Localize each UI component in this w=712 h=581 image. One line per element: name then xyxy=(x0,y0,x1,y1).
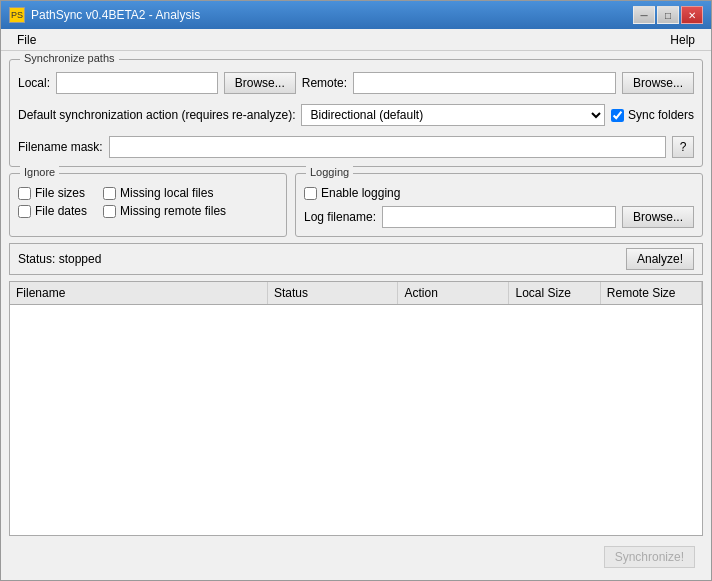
maximize-button[interactable]: □ xyxy=(657,6,679,24)
title-bar: PS PathSync v0.4BETA2 - Analysis ─ □ ✕ xyxy=(1,1,711,29)
default-action-select[interactable]: Bidirectional (default) Local to Remote … xyxy=(301,104,605,126)
sync-paths-content: Local: Browse... Remote: Browse... Defau… xyxy=(18,68,694,158)
logging-group: Logging Enable logging Log filename: Bro… xyxy=(295,173,703,237)
local-input[interactable] xyxy=(56,72,218,94)
file-sizes-checkbox[interactable] xyxy=(18,187,31,200)
missing-remote-label: Missing remote files xyxy=(120,204,226,218)
missing-local-label: Missing local files xyxy=(120,186,213,200)
log-filename-label: Log filename: xyxy=(304,210,376,224)
file-sizes-row: File sizes xyxy=(18,186,87,200)
logging-content: Enable logging Log filename: Browse... xyxy=(304,182,694,228)
sections-row: Ignore File sizes File dates xyxy=(9,173,703,237)
remote-input[interactable] xyxy=(353,72,616,94)
title-bar-left: PS PathSync v0.4BETA2 - Analysis xyxy=(9,7,200,23)
log-filename-row: Log filename: Browse... xyxy=(304,206,694,228)
status-text: Status: stopped xyxy=(18,252,101,266)
file-sizes-label: File sizes xyxy=(35,186,85,200)
sync-folders-label: Sync folders xyxy=(628,108,694,122)
file-dates-row: File dates xyxy=(18,204,87,218)
enable-logging-row: Enable logging xyxy=(304,186,694,200)
local-browse-button[interactable]: Browse... xyxy=(224,72,296,94)
col-filename: Filename xyxy=(10,282,268,304)
window-title: PathSync v0.4BETA2 - Analysis xyxy=(31,8,200,22)
menu-file[interactable]: File xyxy=(9,31,44,49)
logging-label: Logging xyxy=(306,166,353,178)
sync-folders-checkbox-row: Sync folders xyxy=(611,108,694,122)
missing-local-checkbox[interactable] xyxy=(103,187,116,200)
col-status: Status xyxy=(268,282,399,304)
enable-logging-label: Enable logging xyxy=(321,186,400,200)
synchronize-button[interactable]: Synchronize! xyxy=(604,546,695,568)
filename-mask-row: Filename mask: ? xyxy=(18,136,694,158)
menu-help[interactable]: Help xyxy=(662,31,703,49)
results-table: Filename Status Action Local Size Remote… xyxy=(9,281,703,536)
missing-remote-row: Missing remote files xyxy=(103,204,226,218)
sync-folders-checkbox[interactable] xyxy=(611,109,624,122)
log-filename-input[interactable] xyxy=(382,206,616,228)
col-action: Action xyxy=(398,282,509,304)
default-action-label: Default synchronization action (requires… xyxy=(18,108,295,122)
ignore-label: Ignore xyxy=(20,166,59,178)
menu-bar: File Help xyxy=(1,29,711,51)
bottom-bar: Synchronize! xyxy=(9,542,703,572)
main-window: PS PathSync v0.4BETA2 - Analysis ─ □ ✕ F… xyxy=(0,0,712,581)
ignore-col-right: Missing local files Missing remote files xyxy=(103,186,226,218)
table-body xyxy=(10,305,702,535)
help-button[interactable]: ? xyxy=(672,136,694,158)
main-content: Synchronize paths Local: Browse... Remot… xyxy=(1,51,711,580)
col-localsize: Local Size xyxy=(509,282,600,304)
enable-logging-checkbox[interactable] xyxy=(304,187,317,200)
status-label: Status: xyxy=(18,252,59,266)
sync-paths-group: Synchronize paths Local: Browse... Remot… xyxy=(9,59,703,167)
log-browse-button[interactable]: Browse... xyxy=(622,206,694,228)
missing-remote-checkbox[interactable] xyxy=(103,205,116,218)
close-button[interactable]: ✕ xyxy=(681,6,703,24)
status-bar: Status: stopped Analyze! xyxy=(9,243,703,275)
table-header: Filename Status Action Local Size Remote… xyxy=(10,282,702,305)
app-icon: PS xyxy=(9,7,25,23)
analyze-button[interactable]: Analyze! xyxy=(626,248,694,270)
ignore-col-left: File sizes File dates xyxy=(18,186,87,218)
file-dates-checkbox[interactable] xyxy=(18,205,31,218)
default-action-row: Default synchronization action (requires… xyxy=(18,104,694,126)
remote-label: Remote: xyxy=(302,76,347,90)
col-remotesize: Remote Size xyxy=(601,282,702,304)
remote-browse-button[interactable]: Browse... xyxy=(622,72,694,94)
local-label: Local: xyxy=(18,76,50,90)
file-dates-label: File dates xyxy=(35,204,87,218)
ignore-content: File sizes File dates Missing local file… xyxy=(18,182,278,218)
sync-paths-label: Synchronize paths xyxy=(20,52,119,64)
window-controls: ─ □ ✕ xyxy=(633,6,703,24)
filename-mask-input[interactable] xyxy=(109,136,666,158)
minimize-button[interactable]: ─ xyxy=(633,6,655,24)
ignore-group: Ignore File sizes File dates xyxy=(9,173,287,237)
missing-local-row: Missing local files xyxy=(103,186,226,200)
filename-mask-label: Filename mask: xyxy=(18,140,103,154)
status-value: stopped xyxy=(59,252,102,266)
local-remote-row: Local: Browse... Remote: Browse... xyxy=(18,72,694,94)
